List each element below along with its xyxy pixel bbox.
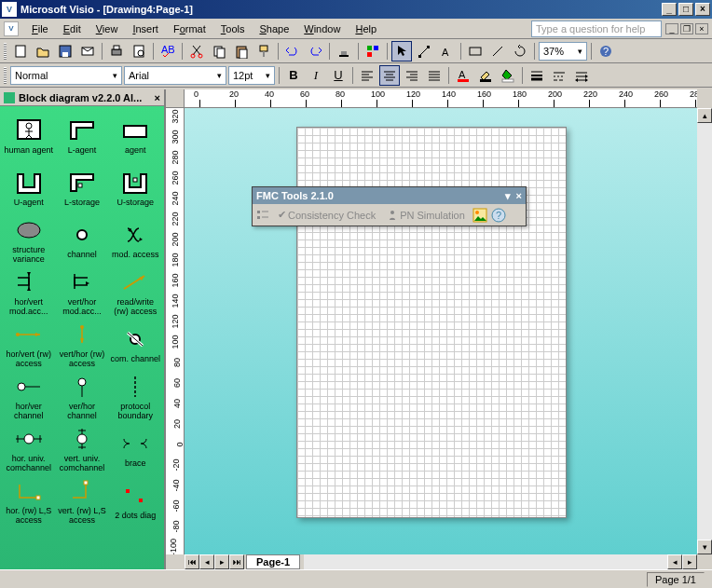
align-right-button[interactable] — [402, 65, 422, 86]
redo-button[interactable] — [305, 41, 325, 62]
vertical-scrollbar[interactable]: ▴ ▾ — [697, 108, 712, 554]
shape-agent[interactable]: agent — [109, 110, 162, 162]
page-tab[interactable]: Page-1 — [246, 554, 300, 569]
align-left-button[interactable] — [357, 65, 377, 86]
toolbar-grip[interactable] — [4, 67, 7, 84]
undo-button[interactable] — [282, 41, 303, 62]
paste-button[interactable] — [231, 41, 252, 62]
mdi-minimize-button[interactable]: _ — [665, 23, 678, 34]
zoom-combo[interactable]: 37%▾ — [539, 42, 587, 61]
stamp-button[interactable] — [334, 41, 354, 62]
open-button[interactable] — [33, 41, 53, 62]
line-pattern-button[interactable] — [549, 65, 569, 86]
scroll-up-button[interactable]: ▴ — [697, 108, 712, 123]
shape-hor-univ-comchannel[interactable]: hor. univ. comchannel — [2, 423, 55, 475]
scroll-down-button[interactable]: ▾ — [697, 540, 712, 554]
fmc-image-icon[interactable] — [472, 208, 487, 223]
rectangle-tool-button[interactable] — [465, 41, 486, 62]
canvas-viewport[interactable] — [185, 108, 697, 554]
menu-view[interactable]: View — [89, 21, 126, 36]
doc-icon[interactable]: V — [4, 21, 19, 36]
fmc-list-icon[interactable] — [255, 208, 270, 223]
maximize-button[interactable]: □ — [678, 3, 693, 16]
copy-button[interactable] — [209, 41, 229, 62]
italic-button[interactable]: I — [306, 65, 326, 86]
underline-button[interactable]: U — [328, 65, 349, 86]
connector-tool-button[interactable] — [414, 41, 434, 62]
font-combo[interactable]: Arial▾ — [124, 66, 226, 85]
shape-protocol-boundary[interactable]: protocol boundary — [109, 371, 162, 423]
email-button[interactable] — [77, 41, 98, 62]
menu-shape[interactable]: Shape — [252, 21, 296, 36]
shape-vert-hor-rw-access[interactable]: vert/hor (rw) access — [55, 319, 108, 371]
tab-last-button[interactable]: ⏭ — [229, 554, 244, 569]
shape-hor-vert-mod-acc-[interactable]: hor/vert mod.acc... — [2, 267, 55, 319]
pointer-tool-button[interactable] — [391, 41, 412, 62]
shape-u-storage[interactable]: U-storage — [109, 162, 162, 214]
shape-structure-variance[interactable]: structure variance — [2, 214, 55, 267]
toolbar-grip[interactable] — [4, 43, 7, 60]
shapes-window-button[interactable] — [363, 41, 383, 62]
bold-button[interactable]: B — [283, 65, 304, 86]
save-button[interactable] — [55, 41, 75, 62]
menu-format[interactable]: Format — [166, 21, 213, 36]
shape-u-agent[interactable]: U-agent — [2, 162, 55, 214]
menu-file[interactable]: File — [24, 21, 56, 36]
rotate-tool-button[interactable] — [510, 41, 530, 62]
shape-l-storage[interactable]: L-storage — [55, 162, 108, 214]
shape-2-dots-diag[interactable]: 2 dots diag — [109, 475, 162, 527]
shape-channel[interactable]: channel — [55, 214, 108, 267]
drawing-page[interactable] — [296, 127, 567, 518]
shape-read-write-rw-access[interactable]: read/write (rw) access — [109, 267, 162, 319]
align-center-button[interactable] — [379, 65, 400, 86]
shape-brace[interactable]: brace — [109, 423, 162, 475]
menu-window[interactable]: Window — [296, 21, 348, 36]
help-icon[interactable]: ? — [596, 41, 616, 62]
spelling-button[interactable]: ABC — [157, 41, 178, 62]
print-preview-button[interactable] — [129, 41, 149, 62]
font-color-button[interactable]: A — [453, 65, 473, 86]
menu-edit[interactable]: Edit — [56, 21, 89, 36]
tab-first-button[interactable]: ⏮ — [185, 554, 199, 569]
style-combo[interactable]: Normal▾ — [10, 66, 122, 85]
cut-button[interactable] — [186, 41, 207, 62]
new-button[interactable] — [10, 41, 31, 62]
tab-next-button[interactable]: ▸ — [214, 554, 229, 569]
mdi-restore-button[interactable]: ❐ — [680, 23, 693, 34]
fmc-help-icon[interactable]: ? — [491, 208, 506, 223]
line-tool-button[interactable] — [487, 41, 508, 62]
scroll-left-button[interactable]: ◂ — [667, 554, 682, 569]
fmc-tools-close-button[interactable]: × — [516, 190, 522, 201]
shape-human-agent[interactable]: human agent — [2, 110, 55, 162]
text-tool-button[interactable]: A — [436, 41, 457, 62]
shape-hor-ver-channel[interactable]: hor/ver channel — [2, 371, 55, 423]
print-button[interactable] — [106, 41, 127, 62]
pn-simulation-button[interactable]: PN Simulation — [383, 208, 469, 223]
shape-mod-access[interactable]: mod. access — [109, 214, 162, 267]
fmc-tools-options-button[interactable]: ▾ — [505, 190, 511, 202]
line-ends-button[interactable] — [571, 65, 592, 86]
menu-help[interactable]: Help — [348, 21, 384, 36]
scroll-right-button[interactable]: ▸ — [682, 554, 697, 569]
shape-vert-univ-comchannel[interactable]: vert. univ. comchannel — [55, 423, 108, 475]
mdi-close-button[interactable]: × — [695, 23, 708, 34]
fmc-tools-titlebar[interactable]: FMC Tools 2.1.0 ▾ × — [253, 187, 526, 204]
close-button[interactable]: × — [695, 3, 710, 16]
tab-prev-button[interactable]: ◂ — [199, 554, 214, 569]
help-search-input[interactable]: Type a question for help — [531, 21, 662, 37]
shape-l-agent[interactable]: L-agent — [55, 110, 108, 162]
fill-color-button[interactable] — [498, 65, 518, 86]
line-color-button[interactable] — [475, 65, 496, 86]
line-weight-button[interactable] — [527, 65, 547, 86]
menu-insert[interactable]: Insert — [125, 21, 166, 36]
shape-vert-rw-l-s-access[interactable]: vert. (rw) L,S access — [55, 475, 108, 527]
stencil-close-button[interactable]: × — [155, 92, 160, 103]
fontsize-combo[interactable]: 12pt▾ — [228, 66, 275, 85]
minimize-button[interactable]: _ — [662, 3, 677, 16]
format-painter-button[interactable] — [253, 41, 274, 62]
consistency-check-button[interactable]: ✔ Consistency Check — [274, 207, 379, 223]
shape-ver-hor-channel[interactable]: ver/hor channel — [55, 371, 108, 423]
shape-vert-hor-mod-acc-[interactable]: vert/hor mod.acc... — [55, 267, 108, 319]
align-justify-button[interactable] — [424, 65, 445, 86]
horizontal-scrollbar[interactable]: ⏮ ◂ ▸ ⏭ Page-1 ◂ ▸ — [185, 554, 697, 569]
